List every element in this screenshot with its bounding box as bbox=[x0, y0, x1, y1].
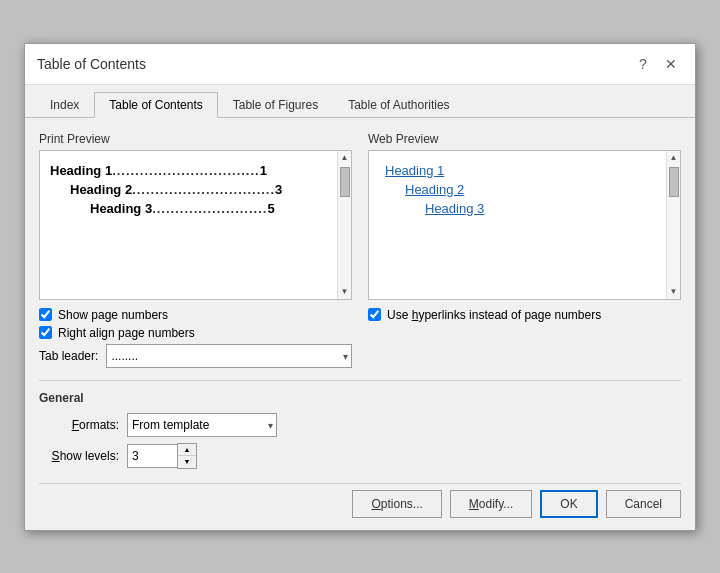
show-levels-label: Show levels: bbox=[39, 449, 119, 463]
tab-figures[interactable]: Table of Figures bbox=[218, 92, 333, 118]
modify-button[interactable]: Modify... bbox=[450, 490, 532, 518]
tab-toc[interactable]: Table of Contents bbox=[94, 92, 217, 118]
spinner-down-button[interactable]: ▼ bbox=[178, 456, 196, 468]
use-hyperlinks-row: Use hyperlinks instead of page numbers bbox=[368, 308, 681, 322]
web-options: Use hyperlinks instead of page numbers bbox=[368, 308, 681, 322]
tab-index[interactable]: Index bbox=[35, 92, 94, 118]
formats-row: Formats: From template Classic Distincti… bbox=[39, 413, 681, 437]
show-page-numbers-checkbox[interactable] bbox=[39, 308, 52, 321]
dialog-content: Print Preview Heading 1.................… bbox=[25, 118, 695, 530]
web-preview-content: Heading 1 Heading 2 Heading 3 bbox=[369, 151, 666, 299]
tab-leader-label: Tab leader: bbox=[39, 349, 98, 363]
spinner-up-button[interactable]: ▲ bbox=[178, 444, 196, 456]
print-heading2: Heading 2...............................… bbox=[50, 180, 327, 199]
web-heading3[interactable]: Heading 3 bbox=[379, 199, 656, 218]
web-scroll-down-arrow[interactable]: ▼ bbox=[667, 285, 681, 299]
tab-leader-select-wrapper: ........ ------- _______ (none) bbox=[106, 344, 352, 368]
scroll-up-arrow[interactable]: ▲ bbox=[338, 151, 352, 165]
web-heading1[interactable]: Heading 1 bbox=[379, 159, 656, 180]
options-button[interactable]: Options... bbox=[352, 490, 441, 518]
ok-button[interactable]: OK bbox=[540, 490, 597, 518]
web-preview-panel: Web Preview Heading 1 Heading 2 Heading … bbox=[368, 132, 681, 368]
web-preview-label: Web Preview bbox=[368, 132, 681, 146]
formats-select-wrapper: From template Classic Distinctive Fancy … bbox=[127, 413, 277, 437]
scroll-thumb[interactable] bbox=[340, 167, 350, 197]
print-preview-scrollbar: ▲ ▼ bbox=[337, 151, 351, 299]
print-preview-box: Heading 1...............................… bbox=[39, 150, 352, 300]
show-page-numbers-label: Show page numbers bbox=[58, 308, 168, 322]
web-preview-box: Heading 1 Heading 2 Heading 3 ▲ ▼ bbox=[368, 150, 681, 300]
table-of-contents-dialog: Table of Contents ? ✕ Index Table of Con… bbox=[24, 43, 696, 531]
show-page-numbers-row: Show page numbers bbox=[39, 308, 352, 322]
tab-bar: Index Table of Contents Table of Figures… bbox=[25, 85, 695, 118]
print-preview-panel: Print Preview Heading 1.................… bbox=[39, 132, 352, 368]
web-scroll-up-arrow[interactable]: ▲ bbox=[667, 151, 681, 165]
use-hyperlinks-label: Use hyperlinks instead of page numbers bbox=[387, 308, 601, 322]
show-levels-spinner: ▲ ▼ bbox=[127, 443, 197, 469]
preview-columns: Print Preview Heading 1.................… bbox=[39, 132, 681, 368]
bottom-buttons: Options... Modify... OK Cancel bbox=[39, 483, 681, 518]
print-options: Show page numbers Right align page numbe… bbox=[39, 308, 352, 368]
cancel-button[interactable]: Cancel bbox=[606, 490, 681, 518]
show-levels-row: Show levels: ▲ ▼ bbox=[39, 443, 681, 469]
tab-leader-row: Tab leader: ........ ------- _______ (no… bbox=[39, 344, 352, 368]
use-hyperlinks-checkbox[interactable] bbox=[368, 308, 381, 321]
scroll-down-arrow[interactable]: ▼ bbox=[338, 285, 352, 299]
tab-authorities[interactable]: Table of Authorities bbox=[333, 92, 464, 118]
right-align-row: Right align page numbers bbox=[39, 326, 352, 340]
general-section-label: General bbox=[39, 391, 681, 405]
show-levels-input[interactable] bbox=[127, 444, 177, 468]
print-preview-content: Heading 1...............................… bbox=[40, 151, 337, 299]
web-scroll-thumb[interactable] bbox=[669, 167, 679, 197]
print-heading3: Heading 3.........................5 bbox=[50, 199, 327, 218]
print-preview-label: Print Preview bbox=[39, 132, 352, 146]
close-button[interactable]: ✕ bbox=[659, 52, 683, 76]
formats-label: Formats: bbox=[39, 418, 119, 432]
help-button[interactable]: ? bbox=[631, 52, 655, 76]
web-heading2[interactable]: Heading 2 bbox=[379, 180, 656, 199]
print-heading1: Heading 1...............................… bbox=[50, 159, 327, 180]
right-align-checkbox[interactable] bbox=[39, 326, 52, 339]
title-bar-controls: ? ✕ bbox=[631, 52, 683, 76]
divider bbox=[39, 380, 681, 381]
tab-leader-select[interactable]: ........ ------- _______ (none) bbox=[106, 344, 352, 368]
spinner-buttons: ▲ ▼ bbox=[177, 443, 197, 469]
formats-select[interactable]: From template Classic Distinctive Fancy … bbox=[127, 413, 277, 437]
web-preview-scrollbar: ▲ ▼ bbox=[666, 151, 680, 299]
title-bar: Table of Contents ? ✕ bbox=[25, 44, 695, 85]
right-align-label: Right align page numbers bbox=[58, 326, 195, 340]
dialog-title: Table of Contents bbox=[37, 56, 146, 72]
general-section: General Formats: From template Classic D… bbox=[39, 391, 681, 469]
